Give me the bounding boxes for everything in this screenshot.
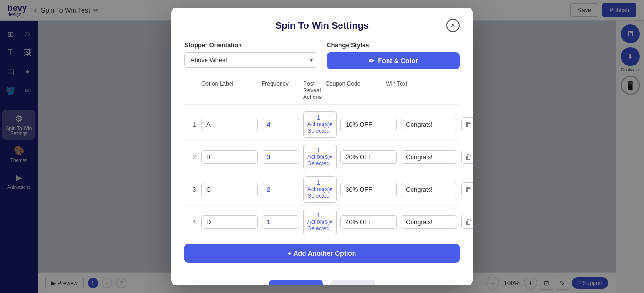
change-styles-label: Change Styles [327, 41, 460, 49]
pencil-icon: ✏ [369, 57, 374, 65]
row-num-2: 3. [184, 186, 198, 193]
col-actions [446, 81, 463, 100]
table-row: 3. 1 Action(s) Selected ▾ 🗑 [184, 173, 460, 206]
modal-footer: Update Cancel [171, 272, 473, 285]
modal-close-button[interactable]: ✕ [446, 19, 460, 32]
row-label-0[interactable] [201, 118, 258, 131]
row-delete-1[interactable]: 🗑 [461, 150, 473, 164]
font-color-button[interactable]: ✏ Font & Color [327, 52, 460, 69]
stopper-orientation-select[interactable]: Above Wheel Below Wheel Left of Wheel Ri… [184, 52, 317, 68]
row-label-2[interactable] [201, 183, 258, 196]
modal-header: Spin To Win Settings ✕ [171, 8, 473, 32]
table-row: 4. 1 Action(s) Selected ▾ 🗑 [184, 206, 460, 238]
row-num-3: 4. [184, 219, 198, 226]
stopper-orientation-section: Stopper Orientation Above Wheel Below Wh… [184, 41, 317, 69]
row-action-0[interactable]: 1 Action(s) Selected ▾ [303, 111, 337, 138]
row-frequency-1[interactable] [262, 150, 299, 164]
row-wintext-1[interactable] [401, 150, 457, 164]
modal-overlay: Spin To Win Settings ✕ Stopper Orientati… [0, 0, 644, 293]
row-coupon-3[interactable] [340, 215, 397, 229]
add-option-button[interactable]: + Add Another Option [184, 244, 460, 263]
modal-body: Stopper Orientation Above Wheel Below Wh… [171, 32, 473, 272]
spin-to-win-modal: Spin To Win Settings ✕ Stopper Orientati… [171, 8, 473, 285]
row-wintext-0[interactable] [401, 118, 457, 131]
font-color-label: Font & Color [378, 57, 418, 65]
col-win-text: Win Text [386, 81, 442, 100]
table-row: 1. 1 Action(s) Selected ▾ 🗑 [184, 108, 460, 141]
col-num [184, 81, 198, 100]
stopper-orientation-wrapper: Above Wheel Below Wheel Left of Wheel Ri… [184, 52, 317, 68]
row-action-2[interactable]: 1 Action(s) Selected ▾ [303, 176, 337, 203]
row-coupon-0[interactable] [340, 118, 397, 131]
red-arrow-annotation [199, 283, 265, 285]
row-label-1[interactable] [201, 150, 258, 164]
row-frequency-3[interactable] [262, 215, 299, 229]
table-rows: 1. 1 Action(s) Selected ▾ 🗑 2. 1 Action(… [184, 108, 460, 238]
cancel-button[interactable]: Cancel [330, 280, 375, 285]
row-delete-2[interactable]: 🗑 [461, 182, 473, 196]
row-wintext-3[interactable] [401, 215, 457, 229]
col-option-label: Option Label [201, 81, 258, 100]
row-frequency-0[interactable] [262, 118, 299, 131]
table-row: 2. 1 Action(s) Selected ▾ 🗑 [184, 141, 460, 173]
stopper-orientation-label: Stopper Orientation [184, 41, 317, 49]
row-num-1: 2. [184, 154, 198, 161]
row-label-3[interactable] [201, 215, 258, 229]
row-frequency-2[interactable] [262, 183, 299, 196]
modal-title: Spin To Win Settings [198, 20, 446, 31]
col-post-reveal: Post Reveal Actions [303, 81, 322, 100]
row-num-0: 1. [184, 121, 198, 128]
row-wintext-2[interactable] [401, 183, 457, 196]
row-action-1[interactable]: 1 Action(s) Selected ▾ [303, 144, 337, 170]
col-coupon-code: Coupon Code [325, 81, 382, 100]
row-action-3[interactable]: 1 Action(s) Selected ▾ [303, 209, 337, 235]
row-coupon-2[interactable] [340, 183, 397, 196]
col-frequency: Frequency [262, 81, 299, 100]
row-delete-0[interactable]: 🗑 [461, 117, 473, 131]
row-delete-3[interactable]: 🗑 [461, 215, 473, 229]
modal-top-section: Stopper Orientation Above Wheel Below Wh… [184, 41, 460, 69]
table-header: Option Label Frequency Post Reveal Actio… [184, 81, 460, 105]
row-coupon-1[interactable] [340, 150, 397, 164]
update-button[interactable]: Update [269, 280, 323, 285]
change-styles-section: Change Styles ✏ Font & Color [327, 41, 460, 69]
